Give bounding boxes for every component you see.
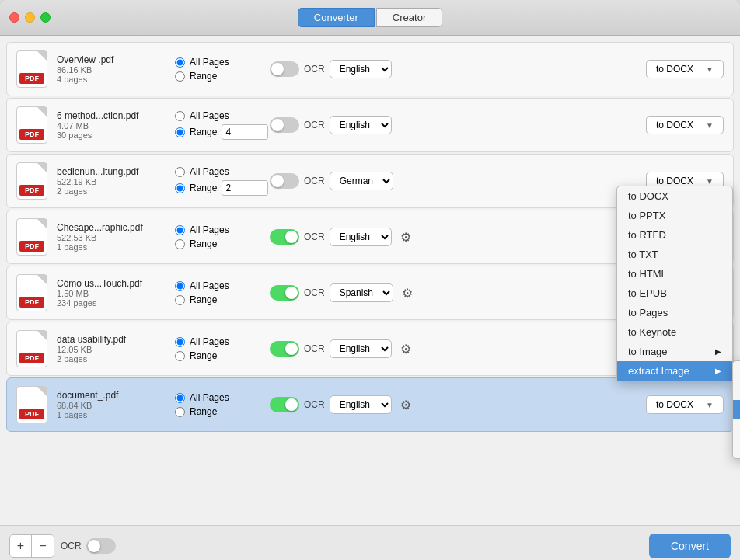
language-select[interactable]: English [330,395,392,414]
ocr-toggle[interactable] [270,173,299,189]
range-radio[interactable] [175,183,185,193]
table-row: PDF Overview .pdf 86.16 KB 4 pages All P… [6,42,734,96]
remove-file-button[interactable]: − [32,535,54,557]
all-pages-radio[interactable] [175,111,185,121]
pdf-icon: PDF [16,162,47,200]
format-button[interactable]: to DOCX ▼ [646,395,724,414]
main-window: Converter Creator PDF Overview .pdf 86.1… [0,0,740,560]
language-select[interactable]: English [330,228,392,246]
ocr-label: OCR [304,231,325,242]
bottom-left: + − OCR [9,534,116,558]
ocr-toggle[interactable] [270,285,299,301]
bottom-ocr-toggle[interactable] [86,538,116,554]
file-pages: 2 pages [57,186,166,196]
all-pages-radio[interactable] [175,57,185,68]
all-pages-radio[interactable] [175,225,185,235]
file-size: 86.16 KB [57,65,166,75]
file-pages: 30 pages [57,130,166,140]
ocr-toggle[interactable] [270,117,299,133]
dropdown-item-extract[interactable]: extract Image ▶ JPEG BMP PNG GIF TIFF [617,361,732,381]
dropdown-item-docx[interactable]: to DOCX [617,186,732,206]
file-name: 6 method...ction.pdf [57,110,166,121]
gear-button[interactable]: ⚙ [396,228,415,246]
all-pages-radio[interactable] [175,393,185,403]
gear-button[interactable]: ⚙ [398,283,417,302]
ocr-toggle[interactable] [270,341,299,357]
language-select[interactable]: German [330,172,393,190]
all-pages-radio[interactable] [175,281,185,291]
format-label: to DOCX [656,120,693,130]
all-pages-label: All Pages [190,280,229,291]
dropdown-item-pptx[interactable]: to PPTX [617,206,732,225]
language-select[interactable]: English [330,339,392,358]
ocr-toggle[interactable] [270,61,299,77]
close-button[interactable] [9,12,19,23]
dropdown-item-html[interactable]: to HTML [617,264,732,283]
language-select[interactable]: English [330,116,392,134]
format-button[interactable]: to DOCX ▼ [646,116,724,134]
language-select[interactable]: Spanish [330,283,393,302]
minimize-button[interactable] [25,12,35,23]
dropdown-item-txt[interactable]: to TXT [617,245,732,264]
submenu-item-png[interactable]: PNG [733,400,740,419]
maximize-button[interactable] [40,12,51,23]
bottom-ocr: OCR [61,538,116,554]
range-input[interactable] [222,180,268,196]
submenu-item-gif[interactable]: GIF [733,419,740,439]
file-size: 1.50 MB [57,289,166,298]
submenu-item-bmp[interactable]: BMP [733,381,740,400]
ocr-section: OCR English ⚙ [270,339,415,358]
convert-button[interactable]: Convert [649,534,731,558]
range-radio[interactable] [175,351,185,361]
all-pages-radio[interactable] [175,167,185,177]
language-select[interactable]: English [330,60,392,78]
ocr-section: OCR English ⚙ [270,228,415,246]
dropdown-item-image[interactable]: to Image ▶ [617,342,732,361]
dropdown-item-pages[interactable]: to Pages [617,303,732,322]
all-pages-radio[interactable] [175,337,185,347]
range-radio[interactable] [175,407,185,417]
table-row: PDF bedienun...itung.pdf 522.19 KB 2 pag… [6,154,734,208]
titlebar: Converter Creator [0,0,740,36]
pdf-badge: PDF [19,73,44,84]
ocr-toggle[interactable] [270,397,299,412]
pdf-icon: PDF [16,50,47,88]
submenu-chevron: ▶ [715,367,721,375]
dropdown-item-rtfd[interactable]: to RTFD [617,225,732,245]
tab-converter[interactable]: Converter [298,8,375,27]
ocr-section: OCR English [270,60,392,78]
range-radio[interactable] [175,127,185,137]
pdf-badge: PDF [19,241,44,252]
gear-button[interactable]: ⚙ [396,395,415,414]
file-size: 522.53 KB [57,233,166,242]
gear-button[interactable]: ⚙ [396,339,415,358]
dropdown-item-keynote[interactable]: to Keynote [617,322,732,342]
dropdown-item-epub[interactable]: to EPUB [617,283,732,303]
file-info: Cómo us...Touch.pdf 1.50 MB 234 pages [57,278,166,308]
dropdown-arrow: ▼ [706,121,714,130]
add-file-button[interactable]: + [10,535,32,557]
range-input[interactable] [222,124,268,140]
pdf-icon: PDF [16,218,47,256]
file-name: Chesape...raphic.pdf [57,222,166,233]
pdf-badge: PDF [19,129,44,140]
file-name: Overview .pdf [57,54,166,65]
submenu-item-jpeg[interactable]: JPEG [733,361,740,381]
range-label: Range [190,127,217,137]
range-radio[interactable] [175,71,185,82]
ocr-label: OCR [304,120,325,130]
submenu-item-tiff[interactable]: TIFF [733,439,740,458]
file-info: data usability.pdf 12.05 KB 2 pages [57,334,166,363]
format-button[interactable]: to DOCX ▼ [646,60,724,78]
page-options: All Pages Range [175,110,260,140]
submenu-chevron: ▶ [715,347,721,356]
file-size: 68.84 KB [57,401,166,410]
range-radio[interactable] [175,295,185,305]
ocr-section: OCR English ⚙ [270,395,415,414]
all-pages-label: All Pages [190,166,229,177]
file-pages: 1 pages [57,242,166,252]
tab-creator[interactable]: Creator [376,8,442,27]
range-radio[interactable] [175,239,185,249]
ocr-toggle[interactable] [270,229,299,245]
bottom-ocr-label: OCR [61,541,82,551]
